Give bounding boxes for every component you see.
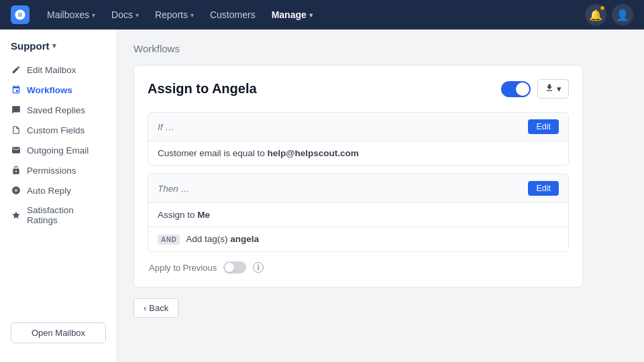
if-section: If … Edit Customer email is equal to hel… <box>148 112 569 166</box>
chevron-down-icon: ▾ <box>557 84 561 94</box>
workflow-header-right: ▾ <box>501 79 569 99</box>
sidebar-item-auto-reply[interactable]: Auto Reply <box>0 180 117 200</box>
chevron-down-icon: ▾ <box>52 42 56 50</box>
apply-to-previous-row: Apply to Previous ℹ <box>148 261 569 274</box>
toggle-knob <box>516 82 529 96</box>
sidebar-item-custom-fields[interactable]: Custom Fields <box>0 120 117 140</box>
workflow-title: Assign to Angela <box>148 81 257 97</box>
notifications-button[interactable]: 🔔 <box>585 4 606 25</box>
sidebar-header: Support ▾ <box>0 40 117 60</box>
logo <box>11 5 30 24</box>
sidebar: Support ▾ Edit Mailbox Workflows Saved R… <box>0 29 117 362</box>
nav-mailboxes[interactable]: Mailboxes ▾ <box>40 5 102 24</box>
info-icon[interactable]: ℹ <box>253 262 264 273</box>
chevron-left-icon: ‹ <box>144 303 146 313</box>
user-icon: 👤 <box>616 9 629 21</box>
star-icon <box>11 210 21 221</box>
workflow-header: Assign to Angela ▾ <box>148 79 569 99</box>
replies-icon <box>11 105 21 115</box>
action-row-tag: AND Add tag(s) angela <box>148 227 568 251</box>
chevron-down-icon: ▾ <box>309 11 313 19</box>
email-icon <box>11 145 21 156</box>
sidebar-item-satisfaction-ratings[interactable]: Satisfaction Ratings <box>0 200 117 230</box>
export-icon <box>545 83 554 95</box>
chevron-down-icon: ▾ <box>136 11 139 19</box>
if-label: If … <box>158 122 174 132</box>
sidebar-bottom: Open Mailbox <box>0 314 117 351</box>
apply-to-previous-label: Apply to Previous <box>149 263 217 273</box>
toggle-knob <box>225 263 234 272</box>
chevron-down-icon: ▾ <box>92 11 95 19</box>
condition-row: Customer email is equal to help@helpscou… <box>148 141 568 165</box>
apply-to-previous-toggle[interactable] <box>223 261 246 274</box>
workflow-card: Assign to Angela ▾ If … <box>133 65 583 288</box>
export-button[interactable]: ▾ <box>537 79 569 99</box>
nav-customers[interactable]: Customers <box>203 5 262 24</box>
workflow-toggle[interactable] <box>501 81 531 97</box>
notification-badge <box>600 5 605 11</box>
nav-manage[interactable]: Manage ▾ <box>265 5 319 24</box>
fields-icon <box>11 125 21 135</box>
if-section-header: If … Edit <box>148 113 568 141</box>
topnav-right: 🔔 👤 <box>585 4 633 25</box>
autoreply-icon <box>11 185 21 196</box>
open-mailbox-button[interactable]: Open Mailbox <box>11 322 106 343</box>
pencil-icon <box>11 64 21 75</box>
nav-docs[interactable]: Docs ▾ <box>105 5 146 24</box>
then-label: Then … <box>158 184 190 194</box>
then-section-header: Then … Edit <box>148 174 568 202</box>
user-menu-button[interactable]: 👤 <box>612 4 633 25</box>
lock-icon <box>11 165 21 176</box>
then-section: Then … Edit Assign to Me AND Add tag(s) … <box>148 174 569 252</box>
edit-if-button[interactable]: Edit <box>528 119 559 134</box>
sidebar-item-permissions[interactable]: Permissions <box>0 160 117 180</box>
chevron-down-icon: ▾ <box>191 11 194 19</box>
back-button[interactable]: ‹ Back <box>133 298 178 318</box>
sidebar-item-outgoing-email[interactable]: Outgoing Email <box>0 140 117 160</box>
sidebar-item-saved-replies[interactable]: Saved Replies <box>0 100 117 120</box>
page-layout: Support ▾ Edit Mailbox Workflows Saved R… <box>0 29 644 362</box>
logo-icon <box>14 9 26 21</box>
top-navigation: Mailboxes ▾ Docs ▾ Reports ▾ Customers M… <box>0 0 644 29</box>
workflow-icon <box>11 84 21 95</box>
action-row-assign: Assign to Me <box>148 202 568 227</box>
main-content: Workflows Assign to Angela ▾ <box>117 29 644 362</box>
nav-reports[interactable]: Reports ▾ <box>148 5 201 24</box>
sidebar-item-workflows[interactable]: Workflows <box>0 80 117 100</box>
sidebar-item-edit-mailbox[interactable]: Edit Mailbox <box>0 60 117 80</box>
edit-then-button[interactable]: Edit <box>528 181 559 196</box>
breadcrumb: Workflows <box>133 43 628 54</box>
and-badge: AND <box>158 235 180 245</box>
